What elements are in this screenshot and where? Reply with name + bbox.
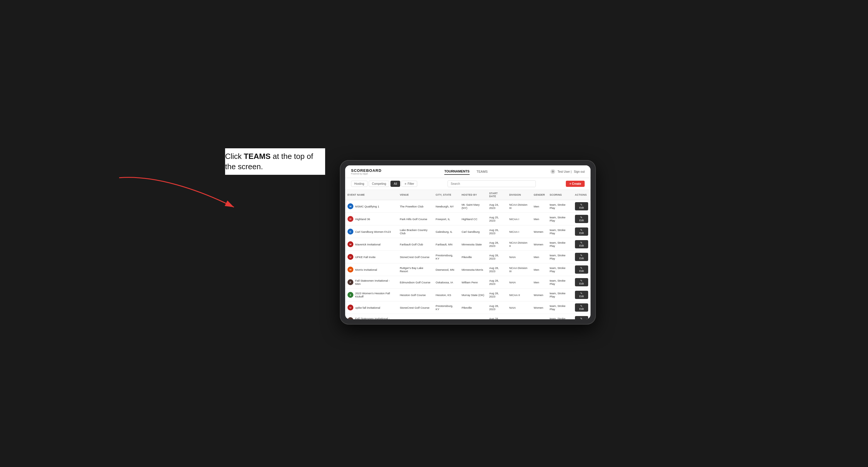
- division-cell: NCAA Division III: [507, 263, 531, 276]
- column-header-start-date: START DATE: [487, 190, 507, 200]
- edit-button[interactable]: ✎ Edit: [575, 266, 588, 274]
- venue-cell: Hesston Golf Course: [398, 289, 433, 301]
- division-cell: NAIA: [507, 276, 531, 289]
- scoring-cell: team, Stroke Play: [547, 200, 572, 213]
- event-name: MSMC Qualifying 1: [355, 205, 379, 208]
- table-row: FFall Statesmen Invitational - MenEdmund…: [345, 276, 591, 289]
- event-name: UPKE Fall Invite: [355, 255, 375, 259]
- start-date-cell: Aug 28, 2023: [487, 289, 507, 301]
- event-cell: MMorris Invitational: [345, 263, 398, 276]
- logo-area: SCOREBOARD Powered by clippit: [351, 168, 382, 175]
- hosted-by-cell: Minnesota-Morris: [459, 263, 487, 276]
- hosted-by-cell: William Penn: [459, 314, 487, 319]
- edit-button[interactable]: ✎ Edit: [575, 227, 588, 236]
- hosted-by-cell: Mt. Saint Mary (NY): [459, 200, 487, 213]
- filter-icon: ≡: [405, 182, 406, 185]
- column-header-hosted-by: HOSTED BY: [459, 190, 487, 200]
- hosted-by-cell: Pikeville: [459, 301, 487, 314]
- instruction-panel: Click TEAMS at the top of the screen.: [225, 148, 325, 175]
- scoring-cell: team, Stroke Play: [547, 225, 572, 238]
- all-button[interactable]: All: [391, 181, 400, 187]
- start-date-cell: Aug 28, 2023: [487, 276, 507, 289]
- gender-cell: Women: [531, 289, 547, 301]
- scoring-cell: team, Stroke Play: [547, 238, 572, 251]
- event-name: Carl Sandburg Women FA23: [355, 230, 391, 234]
- division-cell: NICAA I: [507, 225, 531, 238]
- arrow-indicator: [110, 172, 246, 216]
- actions-cell: ✎ Edit: [572, 238, 591, 251]
- edit-button[interactable]: ✎ Edit: [575, 253, 588, 261]
- division-cell: NAIA: [507, 314, 531, 319]
- hosted-by-cell: Murray State (OK): [459, 289, 487, 301]
- event-cell: CCarl Sandburg Women FA23: [345, 225, 398, 238]
- event-cell: HHighland 36: [345, 213, 398, 225]
- start-date-cell: Aug 28, 2023: [487, 238, 507, 251]
- gender-cell: Men: [531, 213, 547, 225]
- division-cell: NAIA: [507, 301, 531, 314]
- edit-button[interactable]: ✎ Edit: [575, 215, 588, 223]
- city-state-cell: Faribault, MN: [433, 238, 459, 251]
- nav-right: ⚙ Test User | Sign out: [551, 169, 585, 174]
- gender-cell: Men: [531, 263, 547, 276]
- venue-cell: StoneCrest Golf Course: [398, 251, 433, 263]
- event-cell: UUPKE Fall Invite: [345, 251, 398, 263]
- column-header-venue: VENUE: [398, 190, 433, 200]
- gender-cell: Men: [531, 276, 547, 289]
- column-header-actions: ACTIONS: [572, 190, 591, 200]
- table-row: HHighland 36Park Hills Golf CourseFreepo…: [345, 213, 591, 225]
- edit-button[interactable]: ✎ Edit: [575, 202, 588, 210]
- actions-cell: ✎ Edit: [572, 225, 591, 238]
- edit-button[interactable]: ✎ Edit: [575, 316, 588, 319]
- nav-links: TOURNAMENTS TEAMS: [444, 168, 488, 175]
- edit-button[interactable]: ✎ Edit: [575, 291, 588, 299]
- team-icon: F: [347, 317, 353, 319]
- edit-button[interactable]: ✎ Edit: [575, 303, 588, 312]
- user-label: Test User |: [558, 170, 572, 173]
- column-header-division: DIVISION: [507, 190, 531, 200]
- edit-button[interactable]: ✎ Edit: [575, 240, 588, 248]
- venue-cell: Edmundson Golf Course: [398, 314, 433, 319]
- division-cell: NCAA Division II: [507, 238, 531, 251]
- table-row: UUPKE Fall InviteStoneCrest Golf CourseP…: [345, 251, 591, 263]
- logo-subtitle: Powered by clippit: [351, 173, 382, 175]
- search-input[interactable]: [447, 180, 536, 187]
- actions-cell: ✎ Edit: [572, 314, 591, 319]
- event-cell: Uupike fall invitational: [345, 301, 398, 314]
- event-cell: 22023 Women's Hesston Fall Kickoff: [345, 289, 398, 301]
- city-state-cell: Prestonsburg, KY: [433, 301, 459, 314]
- hosted-by-cell: William Penn: [459, 276, 487, 289]
- city-state-cell: Galesburg, IL: [433, 225, 459, 238]
- venue-cell: The Powelton Club: [398, 200, 433, 213]
- scoring-cell: team, Stroke Play: [547, 289, 572, 301]
- start-date-cell: Aug 28, 2023: [487, 251, 507, 263]
- create-button[interactable]: + Create: [566, 181, 585, 187]
- gender-cell: Men: [531, 200, 547, 213]
- event-name: Maverick Invitational: [355, 243, 380, 246]
- tablet-frame: SCOREBOARD Powered by clippit TOURNAMENT…: [340, 160, 596, 324]
- top-navigation: SCOREBOARD Powered by clippit TOURNAMENT…: [345, 165, 591, 178]
- city-state-cell: Oskaloosa, IA: [433, 314, 459, 319]
- team-icon: 2: [347, 292, 353, 298]
- search-box: [447, 180, 536, 187]
- scoring-cell: team, Stroke Play: [547, 314, 572, 319]
- competing-button[interactable]: Competing: [369, 181, 389, 187]
- edit-button[interactable]: ✎ Edit: [575, 278, 588, 286]
- actions-cell: ✎ Edit: [572, 251, 591, 263]
- scoring-cell: team, Stroke Play: [547, 213, 572, 225]
- instruction-text: Click TEAMS at the top of the screen.: [225, 151, 325, 172]
- signout-link[interactable]: Sign out: [574, 170, 585, 173]
- table-row: MMSMC Qualifying 1The Powelton ClubNewbu…: [345, 200, 591, 213]
- scoring-cell: team, Stroke Play: [547, 276, 572, 289]
- venue-cell: Lake Bracken Country Club: [398, 225, 433, 238]
- column-header-event-name: EVENT NAME: [345, 190, 398, 200]
- gender-cell: Women: [531, 238, 547, 251]
- team-icon: U: [347, 254, 353, 260]
- event-cell: FFall Statesmen Invitational - Men: [345, 276, 398, 289]
- gear-icon[interactable]: ⚙: [551, 169, 555, 174]
- hosting-button[interactable]: Hosting: [351, 181, 368, 187]
- nav-tournaments[interactable]: TOURNAMENTS: [444, 168, 469, 175]
- toolbar: Hosting Competing All ≡ Filter + Create: [345, 178, 591, 190]
- nav-teams[interactable]: TEAMS: [477, 168, 488, 175]
- venue-cell: Edmundson Golf Course: [398, 276, 433, 289]
- filter-button[interactable]: ≡ Filter: [401, 181, 417, 187]
